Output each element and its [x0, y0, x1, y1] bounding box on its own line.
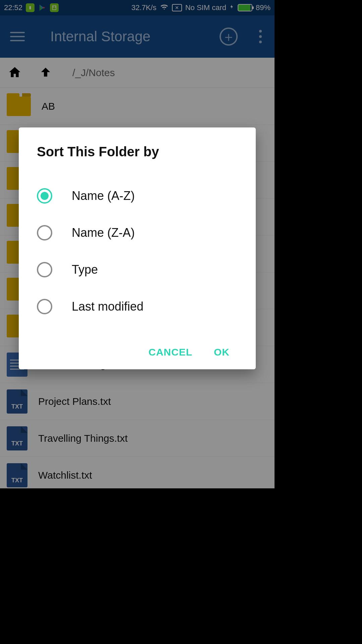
sort-option-name-za[interactable]: Name (Z-A): [37, 214, 238, 251]
radio-icon: [37, 225, 52, 240]
sort-option-name-az[interactable]: Name (A-Z): [37, 177, 238, 214]
radio-icon: [37, 262, 52, 277]
radio-icon: [37, 299, 52, 314]
dialog-title: Sort This Folder by: [37, 144, 238, 159]
cancel-button[interactable]: CANCEL: [148, 346, 192, 358]
ok-button[interactable]: OK: [214, 346, 230, 358]
sort-option-last-modified[interactable]: Last modified: [37, 288, 238, 325]
sort-dialog: Sort This Folder by Name (A-Z) Name (Z-A…: [19, 127, 256, 369]
option-label: Last modified: [72, 300, 143, 314]
option-label: Name (A-Z): [72, 189, 135, 203]
sort-option-type[interactable]: Type: [37, 251, 238, 288]
option-label: Name (Z-A): [72, 226, 135, 240]
option-label: Type: [72, 263, 98, 277]
radio-icon: [37, 188, 52, 204]
